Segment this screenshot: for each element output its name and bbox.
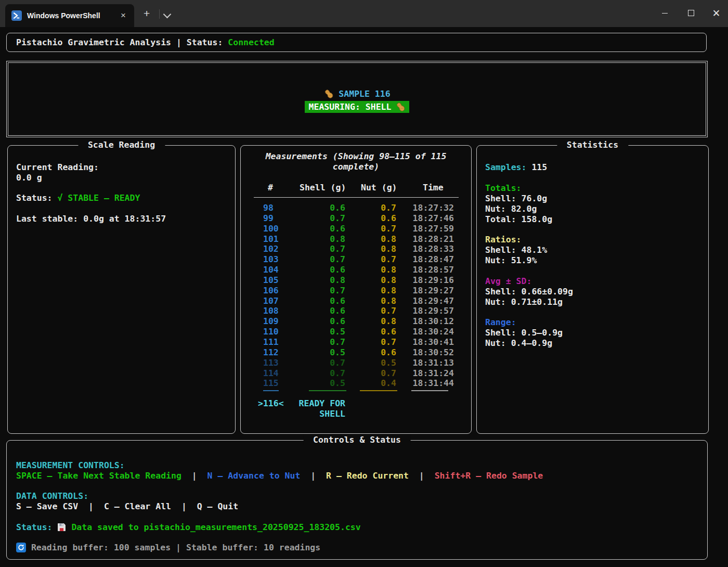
hint-advance-nut: N – Advance to Nut — [207, 471, 301, 481]
refresh-icon — [16, 543, 26, 552]
cell-num: 110 — [241, 327, 305, 337]
cell-shell: 0.5 — [305, 327, 345, 337]
cell-nut: 0.8 — [345, 275, 396, 286]
cell-nut: 0.7 — [345, 337, 396, 347]
table-row: 1080.60.718:29:57 — [241, 306, 471, 316]
cell-time: 18:31:13 — [396, 358, 454, 368]
status-label: | Status: — [171, 37, 228, 48]
cell-time: 18:29:47 — [396, 296, 454, 306]
next-sample-marker: >116< — [258, 398, 284, 409]
hint-redo-sample: Shift+R – Redo Sample — [435, 471, 543, 481]
table-row: 1120.50.618:30:52 — [241, 347, 471, 358]
tab-divider — [159, 9, 160, 19]
cell-nut: 0.5 — [345, 358, 396, 368]
measurements-title-line1: Measurements (Showing 98–115 of 115 — [241, 151, 471, 162]
cell-nut: 0.8 — [345, 234, 396, 244]
cell-time: 18:30:12 — [396, 316, 454, 327]
table-row: 1020.70.818:28:33 — [241, 244, 471, 254]
cell-shell: 0.5 — [305, 378, 345, 389]
cell-num: 105 — [241, 275, 305, 286]
cell-num: 115 — [241, 378, 305, 389]
cell-num: 99 — [241, 213, 305, 224]
close-button[interactable]: ✕ — [705, 0, 728, 26]
cell-nut: 0.8 — [345, 286, 396, 296]
avg-sd-label: Avg ± SD: — [485, 276, 531, 287]
cell-num: 107 — [241, 296, 305, 306]
measurements-rows: 980.60.718:27:32990.70.618:27:461000.60.… — [241, 203, 471, 389]
cell-shell: 0.7 — [305, 244, 345, 254]
cell-time: 18:28:21 — [396, 234, 454, 244]
save-status-text: Data saved to pistachio_measurements_202… — [71, 522, 360, 532]
table-row: 990.70.618:27:46 — [241, 213, 471, 224]
ratios-shell: Shell: 48.1% — [485, 245, 547, 255]
controls-status-panel: Controls & Status MEASUREMENT CONTROLS: … — [6, 440, 708, 560]
avg-shell: Shell: 0.66±0.09g — [485, 287, 573, 297]
cell-num: 100 — [241, 224, 305, 234]
cell-shell: 0.6 — [305, 306, 345, 316]
scale-status-label: Status: — [16, 193, 57, 203]
cell-nut: 0.8 — [345, 296, 396, 306]
header-rule — [254, 197, 459, 198]
table-row: 1050.80.818:29:16 — [241, 275, 471, 286]
terminal-window: Windows PowerShell × + ✕ Pistachio Gravi… — [0, 0, 728, 567]
chevron-down-icon[interactable] — [163, 10, 172, 19]
cell-num: 111 — [241, 337, 305, 347]
column-header-time: Time — [423, 183, 444, 193]
buffer-info-text: Reading buffer: 100 samples | Stable buf… — [31, 543, 320, 552]
powershell-icon — [11, 10, 22, 21]
samples-label: Samples: — [485, 162, 531, 172]
cell-time: 18:29:57 — [396, 306, 454, 316]
cell-time: 18:30:24 — [396, 327, 454, 337]
table-row: 1060.70.818:29:27 — [241, 286, 471, 296]
cell-shell: 0.8 — [305, 234, 345, 244]
separator: | — [181, 471, 207, 481]
cell-num: 109 — [241, 316, 305, 327]
tab-windows-powershell[interactable]: Windows PowerShell × — [5, 4, 134, 27]
range-label: Range: — [485, 317, 516, 328]
underline-num — [263, 390, 279, 391]
cell-num: 113 — [241, 358, 305, 368]
minimize-button[interactable] — [653, 0, 677, 26]
data-controls-line: S – Save CSV | C – Clear All | Q – Quit — [16, 501, 238, 512]
table-row: 1150.50.418:31:44 — [241, 378, 471, 389]
cell-time: 18:30:41 — [396, 337, 454, 347]
cell-nut: 0.7 — [345, 368, 396, 379]
underline-nut — [360, 390, 397, 391]
cell-nut: 0.8 — [345, 265, 396, 275]
save-status-label: Status: — [16, 522, 57, 532]
measurements-panel: Measurements (Showing 98–115 of 115 comp… — [240, 145, 472, 434]
save-status-message — [66, 522, 71, 532]
table-row: 1010.80.818:28:21 — [241, 234, 471, 244]
separator: | — [409, 471, 435, 481]
cell-nut: 0.6 — [345, 347, 396, 358]
cell-time: 18:27:59 — [396, 224, 454, 234]
new-tab-button[interactable]: + — [144, 7, 150, 20]
table-row: 1040.60.818:28:57 — [241, 265, 471, 275]
underline-time — [411, 390, 448, 391]
measurement-controls-header: MEASUREMENT CONTROLS: — [16, 460, 125, 471]
separator: | — [300, 471, 326, 481]
cell-shell: 0.6 — [305, 265, 345, 275]
cell-nut: 0.8 — [345, 244, 396, 254]
cell-nut: 0.7 — [345, 254, 396, 265]
measuring-label: MEASURING: SHELL — [309, 102, 392, 112]
maximize-button[interactable] — [679, 0, 703, 26]
cell-shell: 0.7 — [305, 337, 345, 347]
peanut-icon — [395, 101, 406, 112]
table-row: 1130.70.518:31:13 — [241, 358, 471, 368]
cell-num: 108 — [241, 306, 305, 316]
tab-close-icon[interactable]: × — [118, 10, 129, 21]
cell-num: 101 — [241, 234, 305, 244]
sample-banner: SAMPLE 116 MEASURING: SHELL — [6, 61, 708, 137]
hint-redo-current: R – Redo Current — [326, 471, 409, 481]
floppy-disk-icon — [57, 523, 66, 532]
scale-status-value: √ STABLE – READY — [57, 193, 140, 203]
peanut-icon — [323, 88, 334, 99]
cell-shell: 0.5 — [305, 347, 345, 358]
cell-time: 18:30:52 — [396, 347, 454, 358]
cell-time: 18:27:46 — [396, 213, 454, 224]
cell-shell: 0.7 — [305, 254, 345, 265]
cell-shell: 0.6 — [305, 296, 345, 306]
table-row: 1000.60.718:27:59 — [241, 224, 471, 234]
cell-num: 103 — [241, 254, 305, 265]
